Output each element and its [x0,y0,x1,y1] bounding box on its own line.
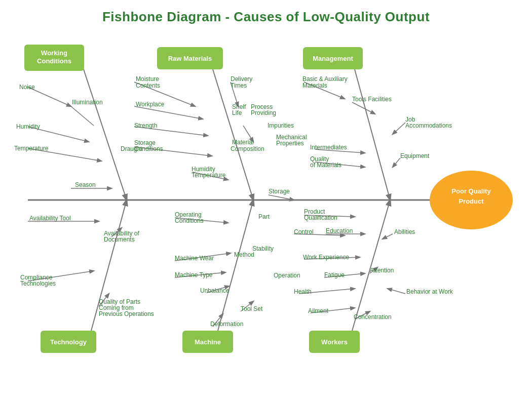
label-machine-type: Machine Type [175,271,213,278]
workers-main-bone [352,200,390,331]
label-material-comp: Material [232,139,254,146]
label-intermediates: Intermediates [310,144,347,151]
label-part: Part [258,213,270,220]
work-abilities-bone [383,234,393,239]
label-noise: Noise [19,84,35,91]
label-health: Health [294,288,312,295]
label-box-wc: Working [41,49,67,57]
label-basic-aux2: Materials [302,82,327,89]
wc-illumination-connect [71,106,94,126]
label-process2: Providing [251,109,276,116]
label-storage-cond2: Conditions [134,145,163,152]
label-season: Season [75,181,96,188]
label-ailment: Ailment [308,307,329,314]
label-box-mach: Machine [195,338,221,346]
label-moisture2: Contents [136,82,160,89]
label-storage: Storage [269,188,290,195]
label-fatigue: Fatigue [324,271,345,278]
label-behavior: Behavior at Work [406,288,453,295]
work-behavior-bone [388,289,405,294]
label-tool-set: Tool Set [241,305,263,312]
label-humid-temp2: Temperature [192,172,226,179]
label-concentration: Concentration [354,313,392,321]
label-method: Method [234,251,254,258]
label-temperature: Temperature [14,145,49,152]
rm-workplace-bone [134,106,203,119]
label-mechanical2: Properties [276,140,304,147]
label-impurities: Impurities [268,122,294,129]
label-workplace: Workplace [136,101,165,108]
label-equipment: Equipment [400,152,430,159]
label-shelf2: Life [232,109,242,116]
label-control: Control [294,228,314,235]
label-operating2: Conditions [175,217,204,224]
label-operation: Operation [274,272,300,279]
label-avail-doc2: Documents [104,236,135,243]
label-effect-2: Product [459,197,484,205]
label-effect-1: Poor Quality [451,187,491,195]
mgmt-equip-bone [393,158,400,167]
label-basic-aux: Basic & Auxiliary [302,75,348,83]
label-work-exp: Work Experience [303,254,349,261]
label-material-comp2: Composition [231,145,264,152]
label-product-qual2: Qualification [304,214,337,221]
label-unbalance: Unbalance [200,287,230,294]
label-education: Education [326,227,353,234]
label-box-workers: Workers [321,338,348,346]
label-delivery: Delivery [231,75,252,83]
label-quality-parts3: Previous Operations [99,310,154,317]
label-box-mgmt: Management [313,55,353,62]
label-compliance2: Technologies [20,280,56,287]
label-stability: Stability [252,245,274,252]
label-box-wc2: Conditions [37,57,71,65]
label-strength: Strength [134,122,157,129]
label-job2: Accommodations [405,122,452,129]
label-humidity: Humidity [16,123,40,130]
label-moisture: Moisture [136,75,159,83]
label-delivery2: Times [231,82,247,89]
label-quality-mat2: of Materials [310,162,341,169]
mgmt-tools-bone [352,102,375,114]
label-attention: Attention [370,267,394,274]
label-box-tech: Technology [50,338,87,346]
label-deformation: Deformation [210,321,243,328]
label-avail-tool: Availability Tool [29,215,71,222]
label-box-rm: Raw Materials [168,55,212,62]
label-illumination: Illumination [72,99,103,106]
label-machine-wear: Machine Wear [175,255,214,262]
label-abilities: Abilities [394,228,415,235]
mgmt-job-bone [393,123,405,134]
mgmt-main-bone [355,69,390,200]
wc-main-bone [84,69,127,200]
fishbone-diagram: Noise Illumination Humidity Temperature … [0,0,532,400]
label-tools: Tools Facilities [352,96,392,103]
